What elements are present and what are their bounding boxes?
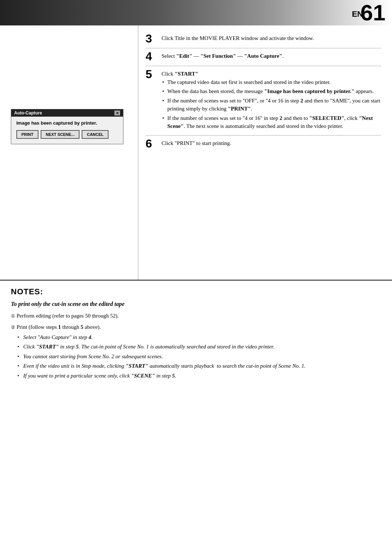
step-5-bullet-2: When the data has been stored, the messa… — [162, 87, 381, 96]
step-3-content: Click Title in the MOVIE PLAYER window a… — [162, 34, 381, 44]
notes-text-1: Perform editing (refer to pages 50 throu… — [17, 313, 119, 319]
notes-sub-4: Even if the video unit is in Stop mode, … — [17, 362, 381, 370]
step-5-heading: Click "START" — [162, 70, 381, 78]
step-5-bullets: The captured video data set first is sea… — [162, 78, 381, 130]
step-6-number: 6 — [146, 138, 159, 149]
notes-subtitle: To print only the cut-in scene on the ed… — [11, 301, 381, 307]
step-3-number: 3 — [146, 33, 159, 44]
dialog-title: Auto-Capture — [14, 110, 42, 116]
step-5: 5 Click "START" The captured video data … — [146, 66, 381, 136]
header-bar: EN 61 — [0, 0, 392, 25]
notes-sub-1: Select "Auto Capture" in step 4. — [17, 333, 381, 342]
left-column: Auto-Capture ✕ Image has been captured b… — [0, 25, 138, 280]
page-number: 61 — [360, 1, 385, 24]
close-icon: ✕ — [116, 111, 119, 115]
step-3: 3 Click Title in the MOVIE PLAYER window… — [146, 31, 381, 48]
notes-circle-1: ① — [11, 312, 15, 320]
notes-sub-3: You cannot start storing from Scene No. … — [17, 352, 381, 361]
auto-capture-dialog: Auto-Capture ✕ Image has been captured b… — [11, 109, 123, 144]
step-4-text: Select "Edit" — "Set Function" — "Auto C… — [162, 52, 381, 60]
dialog-buttons: PRINT NEXT SCENE... CANCEL — [16, 130, 118, 139]
step-4-number: 4 — [146, 51, 159, 62]
step-5-bullet-4: If the number of scenes was set to "4 or… — [162, 114, 381, 130]
right-column: 3 Click Title in the MOVIE PLAYER window… — [138, 25, 392, 280]
step-4: 4 Select "Edit" — "Set Function" — "Auto… — [146, 48, 381, 66]
dialog-titlebar: Auto-Capture ✕ — [11, 109, 123, 117]
notes-text-2: Print (follow steps 1 through 5 above). — [17, 324, 101, 330]
step-5-bullet-3: If the number of scenes was set to "OFF"… — [162, 97, 381, 113]
main-content: Auto-Capture ✕ Image has been captured b… — [0, 25, 392, 280]
cancel-button[interactable]: CANCEL — [82, 130, 109, 139]
dialog-close-button[interactable]: ✕ — [114, 110, 120, 116]
print-button[interactable]: PRINT — [16, 130, 38, 139]
step-6-content: Click "PRINT" to start printing. — [162, 139, 381, 149]
step-6-text: Click "PRINT" to start printing. — [162, 139, 381, 148]
notes-circle-2: ② — [11, 324, 15, 331]
step-5-content: Click "START" The captured video data se… — [162, 70, 381, 132]
notes-item-2: ② Print (follow steps 1 through 5 above)… — [11, 323, 381, 380]
dialog-body: Image has been captured by printer. PRIN… — [11, 117, 123, 144]
notes-sub-2: Click "START" in step 5. The cut-in poin… — [17, 343, 381, 351]
notes-section: NOTES: To print only the cut-in scene on… — [0, 280, 392, 390]
notes-sub-5: If you want to print a particular scene … — [17, 372, 381, 380]
step-5-number: 5 — [146, 68, 159, 132]
notes-list: ① Perform editing (refer to pages 50 thr… — [11, 312, 381, 380]
notes-item-1: ① Perform editing (refer to pages 50 thr… — [11, 312, 381, 320]
step-5-bullet-1: The captured video data set first is sea… — [162, 78, 381, 86]
step-6: 6 Click "PRINT" to start printing. — [146, 136, 381, 153]
notes-sub-bullets: Select "Auto Capture" in step 4. Click "… — [11, 333, 381, 380]
notes-title: NOTES: — [11, 287, 381, 296]
step-3-text: Click Title in the MOVIE PLAYER window a… — [162, 34, 381, 43]
step-4-content: Select "Edit" — "Set Function" — "Auto C… — [162, 52, 381, 62]
dialog-message: Image has been captured by printer. — [16, 120, 118, 126]
next-scene-button[interactable]: NEXT SCENE... — [41, 130, 79, 139]
